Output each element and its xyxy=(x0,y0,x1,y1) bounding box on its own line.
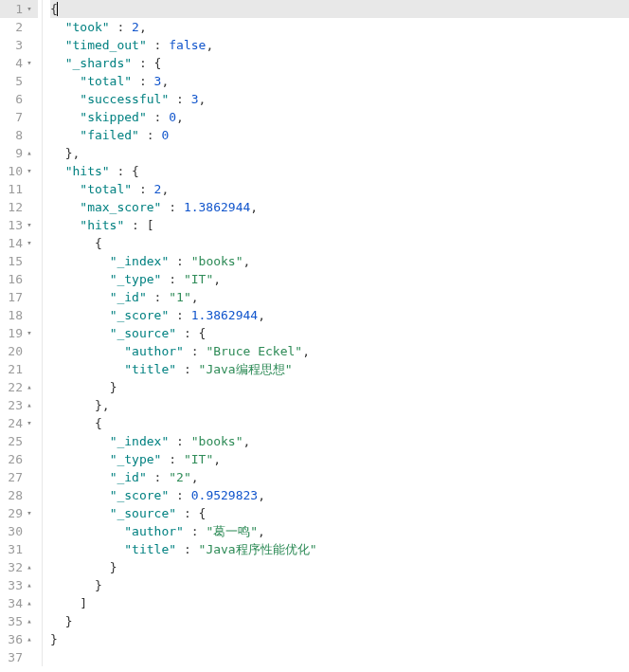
code-line[interactable]: { xyxy=(50,234,629,252)
code-token: : xyxy=(161,200,183,214)
code-line[interactable]: } xyxy=(50,558,629,576)
fold-toggle-icon[interactable]: ▾ xyxy=(23,0,36,18)
indent xyxy=(50,362,124,376)
fold-toggle-icon[interactable]: ▴ xyxy=(23,144,36,162)
gutter-row: 22▴ xyxy=(0,378,38,396)
code-editor[interactable]: 1▾234▾56789▴10▾111213▾14▾1516171819▾2021… xyxy=(0,0,629,666)
indent xyxy=(50,218,80,232)
code-line[interactable]: "_id" : "2", xyxy=(50,468,629,486)
line-number: 10 xyxy=(0,162,23,180)
code-line[interactable]: "title" : "Java程序性能优化" xyxy=(50,540,629,558)
fold-toggle-icon[interactable]: ▴ xyxy=(23,612,36,630)
indent xyxy=(50,380,110,394)
code-line[interactable]: "total" : 3, xyxy=(50,72,629,90)
code-token: "max_score" xyxy=(80,200,161,214)
code-line[interactable]: "hits" : [ xyxy=(50,216,629,234)
indent xyxy=(50,470,110,484)
code-token: : xyxy=(139,128,161,142)
code-token: "title" xyxy=(124,362,176,376)
code-line[interactable]: "_id" : "1", xyxy=(50,288,629,306)
gutter-row: 8 xyxy=(0,126,38,144)
code-line[interactable]: "max_score" : 1.3862944, xyxy=(50,198,629,216)
code-line[interactable]: "timed_out" : false, xyxy=(50,36,629,54)
code-line[interactable]: } xyxy=(50,630,629,648)
code-line[interactable]: }, xyxy=(50,396,629,414)
indent xyxy=(50,92,80,106)
line-number: 27 xyxy=(0,468,23,486)
fold-toggle-icon[interactable]: ▾ xyxy=(23,54,36,72)
indent xyxy=(50,254,110,268)
code-line[interactable]: } xyxy=(50,612,629,630)
code-token: : xyxy=(132,74,153,88)
code-token: , xyxy=(243,434,251,448)
fold-toggle-icon[interactable]: ▾ xyxy=(23,234,36,252)
code-line[interactable]: "hits" : { xyxy=(50,162,629,180)
code-line[interactable]: "failed" : 0 xyxy=(50,126,629,144)
code-line[interactable]: "_source" : { xyxy=(50,324,629,342)
code-line[interactable]: { xyxy=(50,0,629,18)
code-token: "_id" xyxy=(110,470,147,484)
line-number: 11 xyxy=(0,180,23,198)
indent xyxy=(50,506,110,520)
code-area[interactable]: { "took" : 2, "timed_out" : false, "_sha… xyxy=(42,0,629,666)
code-token: : xyxy=(147,38,169,52)
code-line[interactable]: "author" : "葛一鸣", xyxy=(50,522,629,540)
code-token: { xyxy=(95,416,102,430)
code-token: }, xyxy=(65,146,81,160)
code-line[interactable]: "_index" : "books", xyxy=(50,252,629,270)
indent xyxy=(50,308,110,322)
code-line[interactable]: "skipped" : 0, xyxy=(50,108,629,126)
indent xyxy=(50,488,110,502)
code-line[interactable]: "_shards" : { xyxy=(50,54,629,72)
code-token: }, xyxy=(95,398,110,412)
code-token: , xyxy=(213,452,221,466)
code-line[interactable]: } xyxy=(50,576,629,594)
gutter-row: 35▴ xyxy=(0,612,38,630)
fold-toggle-icon[interactable]: ▾ xyxy=(23,162,36,180)
code-token: "Java编程思想" xyxy=(199,362,293,376)
code-token: 0 xyxy=(169,110,176,124)
fold-toggle-icon[interactable]: ▴ xyxy=(23,558,36,576)
code-token: "_type" xyxy=(110,272,162,286)
code-line[interactable]: } xyxy=(50,378,629,396)
fold-toggle-icon[interactable]: ▾ xyxy=(23,414,36,432)
gutter-row: 10▾ xyxy=(0,162,38,180)
fold-toggle-icon[interactable]: ▴ xyxy=(23,378,36,396)
indent xyxy=(50,560,110,574)
code-line[interactable]: "_type" : "IT", xyxy=(50,450,629,468)
gutter-row: 16 xyxy=(0,270,38,288)
code-token: : xyxy=(176,542,198,556)
code-line[interactable]: "_index" : "books", xyxy=(50,432,629,450)
line-number: 33 xyxy=(0,576,23,594)
code-line[interactable]: ] xyxy=(50,594,629,612)
code-line[interactable] xyxy=(50,648,629,666)
code-line[interactable]: "took" : 2, xyxy=(50,18,629,36)
code-line[interactable]: "_type" : "IT", xyxy=(50,270,629,288)
gutter-row: 2 xyxy=(0,18,38,36)
code-token: "author" xyxy=(124,344,184,358)
code-line[interactable]: "_score" : 0.9529823, xyxy=(50,486,629,504)
code-line[interactable]: "successful" : 3, xyxy=(50,90,629,108)
fold-toggle-icon[interactable]: ▾ xyxy=(23,504,36,522)
indent xyxy=(50,416,95,430)
fold-toggle-icon[interactable]: ▴ xyxy=(23,630,36,648)
fold-toggle-icon[interactable]: ▴ xyxy=(23,576,36,594)
fold-toggle-icon[interactable]: ▴ xyxy=(23,396,36,414)
code-line[interactable]: "title" : "Java编程思想" xyxy=(50,360,629,378)
indent xyxy=(50,74,80,88)
code-token: , xyxy=(139,20,147,34)
gutter-row: 31 xyxy=(0,540,38,558)
code-token: : xyxy=(147,290,169,304)
gutter-row: 29▾ xyxy=(0,504,38,522)
code-line[interactable]: { xyxy=(50,414,629,432)
code-line[interactable]: "total" : 2, xyxy=(50,180,629,198)
code-line[interactable]: }, xyxy=(50,144,629,162)
code-line[interactable]: "_source" : { xyxy=(50,504,629,522)
code-line[interactable]: "author" : "Bruce Eckel", xyxy=(50,342,629,360)
gutter-row: 9▴ xyxy=(0,144,38,162)
code-line[interactable]: "_score" : 1.3862944, xyxy=(50,306,629,324)
fold-toggle-icon[interactable]: ▴ xyxy=(23,594,36,612)
code-token: "hits" xyxy=(80,218,124,232)
fold-toggle-icon[interactable]: ▾ xyxy=(23,216,36,234)
fold-toggle-icon[interactable]: ▾ xyxy=(23,324,36,342)
